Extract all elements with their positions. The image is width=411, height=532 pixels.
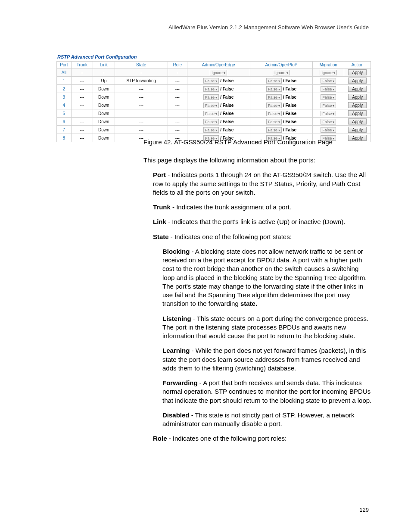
col-ptop: Admin/OperPtoP xyxy=(250,62,313,68)
cell-role: --- xyxy=(168,126,187,134)
cell-link: Down xyxy=(93,101,115,109)
cell-edge: False / False xyxy=(187,93,250,101)
cell-migration: False xyxy=(313,126,344,134)
apply-button[interactable]: Apply xyxy=(348,127,367,133)
cell-role: --- xyxy=(168,109,187,118)
table-row: 2---Down------False / FalseFalse / False… xyxy=(57,85,371,93)
edge-select[interactable]: Ignore xyxy=(210,70,227,75)
ptop-select[interactable]: False xyxy=(266,103,282,108)
cell-ptop: False / False xyxy=(250,126,313,134)
table-row: 5---Down------False / FalseFalse / False… xyxy=(57,109,371,118)
apply-button[interactable]: Apply xyxy=(348,94,367,100)
edge-select[interactable]: False xyxy=(203,94,219,100)
cell-link: Down xyxy=(93,93,115,101)
cell-port: All xyxy=(57,68,72,77)
apply-button[interactable]: Apply xyxy=(348,86,367,92)
migration-select[interactable]: False xyxy=(321,78,336,84)
cell-action: Apply xyxy=(344,85,371,93)
cell-migration: False xyxy=(313,77,344,85)
ptop-select[interactable]: Ignore xyxy=(273,70,290,75)
cell-link: Down xyxy=(93,118,115,126)
intro-line: This page displays the following informa… xyxy=(143,156,372,165)
oper-edge: / False xyxy=(220,111,234,116)
ptop-select[interactable]: False xyxy=(266,86,282,92)
cell-trunk: --- xyxy=(71,85,93,93)
cell-action: Apply xyxy=(344,77,371,85)
migration-select[interactable]: False xyxy=(321,111,336,116)
cell-migration: False xyxy=(313,109,344,118)
cell-action: Apply xyxy=(344,126,371,134)
col-migration: Migration xyxy=(313,62,344,68)
edge-select[interactable]: False xyxy=(203,86,219,92)
edge-select[interactable]: False xyxy=(203,103,219,108)
forwarding-desc: Forwarding - A port that both receives a… xyxy=(143,379,372,405)
cell-trunk: --- xyxy=(71,93,93,101)
oper-edge: / False xyxy=(220,119,234,124)
panel-title: RSTP Advanced Port Configuration xyxy=(56,53,371,61)
oper-ptop: / False xyxy=(283,95,296,100)
apply-button[interactable]: Apply xyxy=(348,69,367,75)
cell-port: 5 xyxy=(57,109,72,118)
cell-action: Apply xyxy=(344,101,371,109)
cell-trunk: --- xyxy=(71,77,93,85)
ptop-select[interactable]: False xyxy=(266,94,282,100)
cell-action: Apply xyxy=(344,109,371,118)
ptop-select[interactable]: False xyxy=(266,119,282,124)
table-row: 3---Down------False / FalseFalse / False… xyxy=(57,93,371,101)
migration-select[interactable]: Ignore xyxy=(320,70,337,75)
edge-select[interactable]: False xyxy=(203,127,219,133)
table-row: 1---UpSTP forwarding---False / FalseFals… xyxy=(57,77,371,85)
trunk-desc: Trunk - Indicates the trunk assignment o… xyxy=(143,203,372,212)
migration-select[interactable]: False xyxy=(321,119,336,124)
ptop-select[interactable]: False xyxy=(266,127,282,133)
apply-button[interactable]: Apply xyxy=(348,110,367,116)
apply-button[interactable]: Apply xyxy=(348,78,367,84)
cell-edge: False / False xyxy=(187,109,250,118)
cell-action: Apply xyxy=(344,118,371,126)
cell-link: Down xyxy=(93,134,115,142)
port-desc: Port - Indicates ports 1 through 24 on t… xyxy=(143,171,372,197)
cell-edge: False / False xyxy=(187,126,250,134)
cell-port: 4 xyxy=(57,101,72,109)
cell-action: Apply xyxy=(344,93,371,101)
col-action: Action xyxy=(344,62,371,68)
oper-edge: / False xyxy=(220,78,234,83)
cell-edge: False / False xyxy=(187,85,250,93)
cell-port: 2 xyxy=(57,85,72,93)
migration-select[interactable]: False xyxy=(321,94,336,100)
cell-ptop: False / False xyxy=(250,118,313,126)
cell-role: - xyxy=(168,68,187,77)
cell-edge: False / False xyxy=(187,77,250,85)
oper-edge: / False xyxy=(220,128,234,132)
cell-ptop: False / False xyxy=(250,109,313,118)
cell-state: --- xyxy=(115,118,168,126)
table-row: 6---Down------False / FalseFalse / False… xyxy=(57,118,371,126)
cell-trunk: --- xyxy=(71,118,93,126)
edge-select[interactable]: False xyxy=(203,111,219,116)
ptop-select[interactable]: False xyxy=(266,111,282,116)
ptop-select[interactable]: False xyxy=(266,78,282,84)
cell-state: --- xyxy=(115,85,168,93)
cell-role: --- xyxy=(168,101,187,109)
edge-select[interactable]: False xyxy=(203,119,219,124)
link-desc: Link - Indicates that the port's link is… xyxy=(143,218,372,226)
cell-edge: False / False xyxy=(187,101,250,109)
listening-desc: Listening - This state occurs on a port … xyxy=(143,314,372,341)
cell-action: Apply xyxy=(344,68,371,77)
apply-button[interactable]: Apply xyxy=(348,118,367,124)
migration-select[interactable]: False xyxy=(321,103,336,108)
cell-link: Down xyxy=(93,109,115,118)
migration-select[interactable]: False xyxy=(321,127,336,133)
cell-link: - xyxy=(93,68,115,77)
apply-button[interactable]: Apply xyxy=(348,102,367,108)
cell-state: --- xyxy=(115,101,168,109)
apply-button[interactable]: Apply xyxy=(348,135,367,141)
migration-select[interactable]: False xyxy=(321,86,336,92)
state-desc: State - Indicates one of the following p… xyxy=(143,233,372,241)
col-role: Role xyxy=(168,62,187,68)
edge-select[interactable]: False xyxy=(203,78,219,84)
table-row: 4---Down------False / FalseFalse / False… xyxy=(57,101,371,109)
cell-role: --- xyxy=(168,85,187,93)
oper-ptop: / False xyxy=(283,119,296,124)
cell-migration: Ignore xyxy=(313,68,344,77)
